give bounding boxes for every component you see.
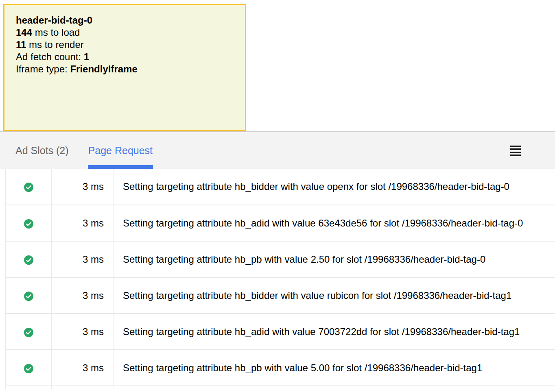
log-row: 3 ms Setting targeting attribute hb_bidd… — [6, 277, 555, 314]
log-time: 3 ms — [51, 314, 114, 350]
slot-render-time: 11 ms to render — [16, 39, 234, 51]
list-menu-icon[interactable] — [510, 146, 521, 156]
log-row: 3 ms Setting targeting attribute hb_adid… — [6, 205, 555, 241]
log-row: 3 ms Setting targeting attribute hb_bidd… — [6, 169, 555, 205]
check-circle-icon — [24, 219, 33, 229]
check-circle-icon — [24, 328, 33, 337]
log-row: 3 ms Setting targeting attribute hb_pb w… — [6, 241, 555, 277]
log-time: 3 ms — [51, 241, 114, 277]
slot-iframe-type: Iframe type: FriendlyIframe — [16, 63, 234, 75]
log-row: 3 ms Setting targeting attribute hb_adid… — [6, 314, 555, 350]
check-circle-icon — [24, 364, 33, 373]
log-time: 3 ms — [51, 169, 114, 205]
log-message: Setting targeting attribute hb_adid with… — [114, 314, 555, 350]
console-tab-bar: Ad Slots (2) Page Request — [0, 131, 555, 169]
log-message: Setting targeting attribute hb_pb with v… — [114, 350, 555, 386]
slot-load-time: 144 ms to load — [16, 26, 234, 39]
slot-ad-fetch-count: Ad fetch count: 1 — [16, 51, 234, 63]
ad-slot-overlay: header-bid-tag-0 144 ms to load 11 ms to… — [3, 4, 246, 131]
log-row: 3 ms Setting targeting attribute hb_pb w… — [6, 350, 555, 386]
log-time: 3 ms — [51, 350, 114, 386]
log-message: Setting targeting attribute hb_bidder wi… — [114, 277, 555, 314]
log-time: 3 ms — [51, 205, 114, 241]
tab-page-request[interactable]: Page Request — [88, 132, 153, 169]
tab-ad-slots-label: Ad Slots (2) — [15, 145, 69, 157]
page-request-log-table: 3 ms Setting targeting attribute hb_bidd… — [5, 169, 555, 389]
log-message: Setting targeting attribute hb_bidder wi… — [114, 169, 555, 205]
tab-page-request-label: Page Request — [88, 145, 153, 157]
log-message: Setting targeting attribute hb_adid with… — [114, 205, 555, 241]
check-circle-icon — [24, 183, 33, 192]
check-circle-icon — [24, 292, 33, 301]
log-row-partial — [6, 386, 555, 389]
log-message: Setting targeting attribute hb_pb with v… — [114, 241, 555, 277]
log-time: 3 ms — [51, 277, 114, 314]
active-tab-underline — [88, 165, 153, 169]
tab-ad-slots[interactable]: Ad Slots (2) — [15, 132, 69, 169]
slot-title: header-bid-tag-0 — [16, 14, 234, 26]
check-circle-icon — [24, 255, 33, 265]
